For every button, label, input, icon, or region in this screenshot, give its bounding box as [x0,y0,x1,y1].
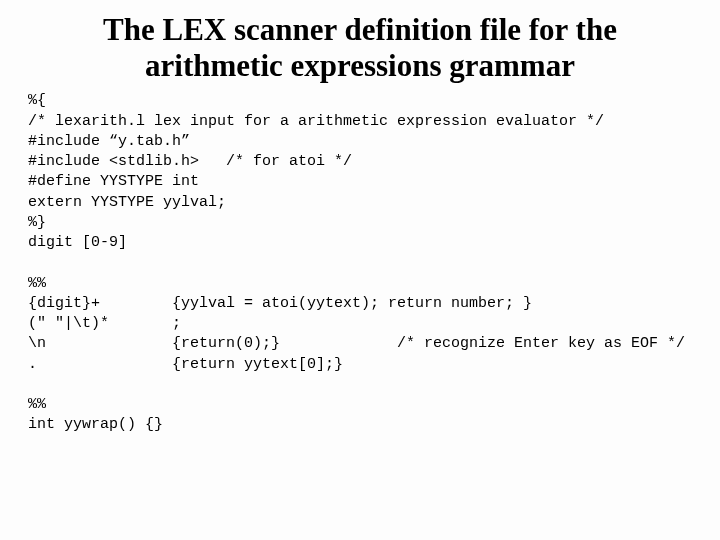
slide-title: The LEX scanner definition file for the … [80,12,640,83]
code-block: %{ /* lexarith.l lex input for a arithme… [28,91,692,435]
